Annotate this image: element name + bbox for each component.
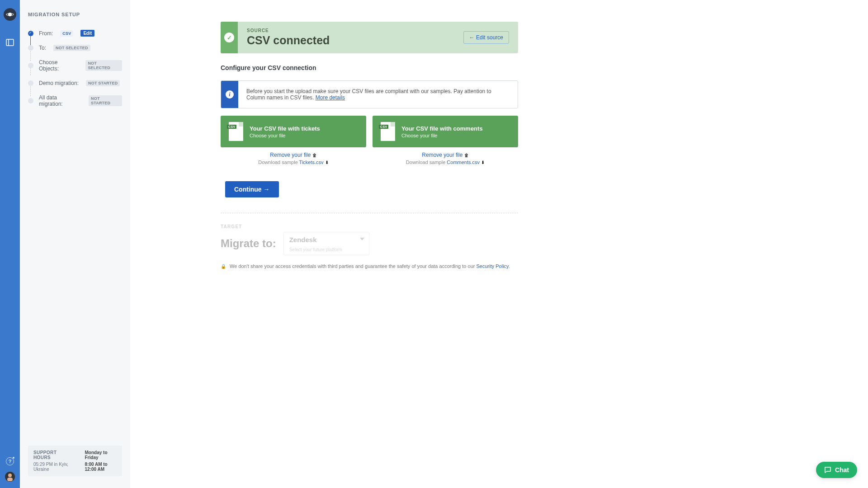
- download-icon: ⬇: [481, 160, 485, 165]
- source-chip: CSV: [60, 30, 73, 37]
- panel-icon[interactable]: [5, 38, 14, 47]
- comments-upload[interactable]: CSV Your CSV file with commentsChoose yo…: [373, 116, 518, 147]
- main-content: ✓ SOURCE CSV connected ← Edit source Con…: [130, 0, 868, 488]
- tickets-card: CSV Your CSV file with ticketsChoose you…: [221, 116, 366, 165]
- banner-eyebrow: SOURCE: [247, 28, 330, 33]
- step-from[interactable]: From: CSV Edit: [28, 30, 122, 37]
- migrate-to-label: Migrate to:: [221, 237, 276, 250]
- logo: [4, 8, 16, 21]
- info-icon: i: [221, 81, 238, 108]
- security-policy-link[interactable]: Security Policy: [476, 263, 508, 269]
- tickets-upload[interactable]: CSV Your CSV file with ticketsChoose you…: [221, 116, 366, 147]
- target-section: TARGET Migrate to: Zendesk Select your f…: [221, 224, 518, 255]
- svg-rect-2: [6, 39, 14, 46]
- tickets-sample-link[interactable]: Tickets.csv: [299, 160, 324, 165]
- trash-icon: 🗑: [312, 153, 317, 158]
- svg-point-0: [8, 13, 12, 16]
- edit-source-button[interactable]: ← Edit source: [463, 31, 509, 44]
- step-objects[interactable]: Choose Objects: NOT SELECTED: [28, 59, 122, 72]
- check-circle-icon: ✓: [221, 22, 238, 53]
- lock-icon: 🔒: [221, 264, 226, 269]
- security-policy-note: 🔒 We don't share your access credentials…: [221, 263, 518, 269]
- trash-icon: 🗑: [464, 153, 469, 158]
- section-title: Configure your CSV connection: [221, 64, 518, 71]
- download-icon: ⬇: [325, 160, 329, 165]
- target-platform-select[interactable]: Zendesk Select your future platform: [283, 232, 369, 255]
- chevron-down-icon: [360, 238, 364, 240]
- info-callout: i Before you start the upload make sure …: [221, 80, 518, 108]
- sidebar: MIGRATION SETUP From: CSV Edit To: NOT S…: [20, 0, 130, 488]
- avatar[interactable]: [5, 472, 15, 482]
- step-to[interactable]: To: NOT SELECTED: [28, 45, 122, 51]
- sidebar-title: MIGRATION SETUP: [28, 12, 122, 17]
- comments-card: CSV Your CSV file with commentsChoose yo…: [373, 116, 518, 165]
- planet-icon: [6, 12, 14, 17]
- remove-tickets-link[interactable]: Remove your file: [270, 152, 311, 158]
- csv-file-icon: CSV: [229, 122, 243, 141]
- step-demo[interactable]: Demo migration: NOT STARTED: [28, 80, 122, 86]
- remove-comments-link[interactable]: Remove your file: [422, 152, 462, 158]
- source-banner: ✓ SOURCE CSV connected ← Edit source: [221, 22, 518, 53]
- nav-rail: ?: [0, 0, 20, 488]
- chat-icon: [824, 466, 831, 474]
- csv-file-icon: CSV: [381, 122, 395, 141]
- edit-source-link[interactable]: Edit: [80, 30, 94, 37]
- comments-sample-link[interactable]: Comments.csv: [447, 160, 480, 165]
- chat-button[interactable]: Chat: [816, 462, 857, 478]
- continue-button[interactable]: Continue →: [225, 181, 279, 197]
- more-details-link[interactable]: More details: [316, 94, 345, 101]
- support-hours: SUPPORT HOURS 05:29 PM in Kyiv, Ukraine …: [28, 446, 122, 476]
- step-all[interactable]: All data migration: NOT STARTED: [28, 94, 122, 107]
- banner-title: CSV connected: [247, 34, 330, 47]
- help-icon[interactable]: ?: [6, 457, 14, 465]
- steps-list: From: CSV Edit To: NOT SELECTED Choose O…: [28, 30, 122, 107]
- divider: [221, 213, 518, 213]
